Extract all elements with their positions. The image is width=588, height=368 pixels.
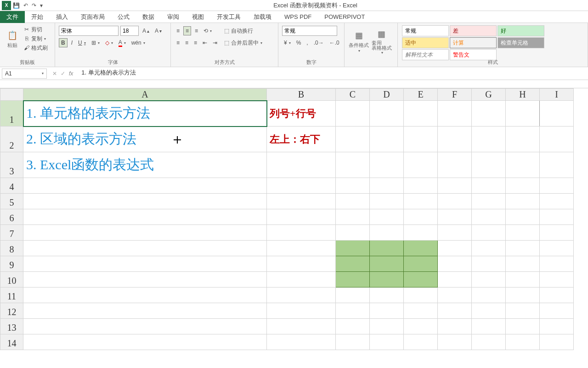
cell-E2[interactable] xyxy=(404,126,438,152)
row-head-6[interactable]: 6 xyxy=(0,209,23,225)
cell-D7[interactable] xyxy=(370,225,404,241)
cell-B12[interactable] xyxy=(267,303,336,319)
col-head-H[interactable]: H xyxy=(506,89,540,101)
cell-A11[interactable] xyxy=(23,288,267,303)
cancel-icon[interactable]: ✕ xyxy=(52,70,57,77)
row-head-2[interactable]: 2 xyxy=(0,126,23,152)
cell-G13[interactable] xyxy=(472,319,506,334)
cell-B14[interactable] xyxy=(267,334,336,350)
cell-I14[interactable] xyxy=(540,334,574,350)
spreadsheet-grid[interactable]: A B C D E F G H I 1 1. 单元格的表示方法 列号+行号 2 … xyxy=(0,88,574,350)
cell-E1[interactable] xyxy=(404,101,438,126)
cell-I7[interactable] xyxy=(540,225,574,241)
row-head-11[interactable]: 11 xyxy=(0,288,23,303)
cell-C3[interactable] xyxy=(336,152,370,178)
cell-A10[interactable] xyxy=(23,272,267,288)
cell-D4[interactable] xyxy=(370,178,404,194)
font-name-select[interactable] xyxy=(59,26,119,36)
cell-E12[interactable] xyxy=(404,303,438,319)
cell-F1[interactable] xyxy=(438,101,472,126)
col-head-D[interactable]: D xyxy=(370,89,404,101)
fill-color-button[interactable]: ◇▾ xyxy=(103,38,115,47)
tab-file[interactable]: 文件 xyxy=(0,11,25,23)
cell-I10[interactable] xyxy=(540,272,574,288)
cell-I4[interactable] xyxy=(540,178,574,194)
cell-F4[interactable] xyxy=(438,178,472,194)
cell-A7[interactable] xyxy=(23,225,267,241)
cell-F14[interactable] xyxy=(438,334,472,350)
cell-A5[interactable] xyxy=(23,194,267,209)
style-check[interactable]: 检查单元格 xyxy=(498,37,544,48)
cell-B2[interactable]: 左上：右下 xyxy=(267,126,336,152)
cell-A13[interactable] xyxy=(23,319,267,334)
cell-B8[interactable] xyxy=(267,241,336,256)
underline-button[interactable]: U▾ xyxy=(76,38,88,47)
bold-button[interactable]: B xyxy=(59,38,68,47)
style-bad[interactable]: 差 xyxy=(450,25,497,36)
cell-C2[interactable] xyxy=(336,126,370,152)
name-box[interactable]: A1 ▾ xyxy=(2,69,47,79)
col-head-E[interactable]: E xyxy=(404,89,438,101)
cell-C10[interactable] xyxy=(336,272,370,288)
cell-B9[interactable] xyxy=(267,256,336,272)
cell-D9[interactable] xyxy=(370,256,404,272)
cell-H3[interactable] xyxy=(506,152,540,178)
cell-B6[interactable] xyxy=(267,209,336,225)
cell-I8[interactable] xyxy=(540,241,574,256)
cell-D2[interactable] xyxy=(370,126,404,152)
cell-I11[interactable] xyxy=(540,288,574,303)
col-head-C[interactable]: C xyxy=(336,89,370,101)
cell-C13[interactable] xyxy=(336,319,370,334)
orientation-button[interactable]: ⟲▾ xyxy=(202,26,214,35)
cell-C4[interactable] xyxy=(336,178,370,194)
decrease-indent-button[interactable]: ⇤ xyxy=(201,38,209,47)
cell-E13[interactable] xyxy=(404,319,438,334)
cell-B13[interactable] xyxy=(267,319,336,334)
font-color-button[interactable]: A▾ xyxy=(117,38,128,47)
cell-I1[interactable] xyxy=(540,101,574,126)
cell-D8[interactable] xyxy=(370,241,404,256)
cell-B3[interactable] xyxy=(267,152,336,178)
cell-C9[interactable] xyxy=(336,256,370,272)
fx-icon[interactable]: fx xyxy=(69,70,73,77)
cell-H6[interactable] xyxy=(506,209,540,225)
cell-D14[interactable] xyxy=(370,334,404,350)
conditional-format-button[interactable]: ▦ 条件格式 ▾ xyxy=(348,25,370,57)
align-middle-button[interactable]: ≡ xyxy=(183,26,191,35)
cell-A1[interactable]: 1. 单元格的表示方法 xyxy=(23,101,267,126)
cell-F5[interactable] xyxy=(438,194,472,209)
increase-indent-button[interactable]: ⇥ xyxy=(211,38,219,47)
cell-F9[interactable] xyxy=(438,256,472,272)
align-top-button[interactable]: ≡ xyxy=(175,26,181,35)
cell-I9[interactable] xyxy=(540,256,574,272)
cell-D12[interactable] xyxy=(370,303,404,319)
cell-C5[interactable] xyxy=(336,194,370,209)
row-head-3[interactable]: 3 xyxy=(0,152,23,178)
merge-button[interactable]: ⬚合并后居中▾ xyxy=(221,38,264,47)
cell-E7[interactable] xyxy=(404,225,438,241)
cell-G1[interactable] xyxy=(472,101,506,126)
align-center-button[interactable]: ≡ xyxy=(183,38,190,47)
copy-button[interactable]: ⎘复制▾ xyxy=(21,34,50,43)
cell-B1[interactable]: 列号+行号 xyxy=(267,101,336,126)
comma-button[interactable]: , xyxy=(305,38,310,47)
row-head-10[interactable]: 10 xyxy=(0,272,23,288)
format-painter-button[interactable]: 🖌格式刷 xyxy=(21,43,50,52)
cell-F11[interactable] xyxy=(438,288,472,303)
cell-H14[interactable] xyxy=(506,334,540,350)
number-format-select[interactable] xyxy=(282,26,337,36)
cell-I3[interactable] xyxy=(540,152,574,178)
save-button[interactable]: 💾 xyxy=(13,2,20,9)
cell-H8[interactable] xyxy=(506,241,540,256)
tab-wps[interactable]: WPS PDF xyxy=(278,12,318,22)
cell-F7[interactable] xyxy=(438,225,472,241)
increase-decimal-button[interactable]: .0→ xyxy=(312,38,326,47)
cell-G3[interactable] xyxy=(472,152,506,178)
align-bottom-button[interactable]: ≡ xyxy=(193,26,200,35)
cell-A8[interactable] xyxy=(23,241,267,256)
cell-G6[interactable] xyxy=(472,209,506,225)
cell-G7[interactable] xyxy=(472,225,506,241)
cell-A2[interactable]: 2. 区域的表示方法 xyxy=(23,126,267,152)
cell-B7[interactable] xyxy=(267,225,336,241)
cell-H10[interactable] xyxy=(506,272,540,288)
